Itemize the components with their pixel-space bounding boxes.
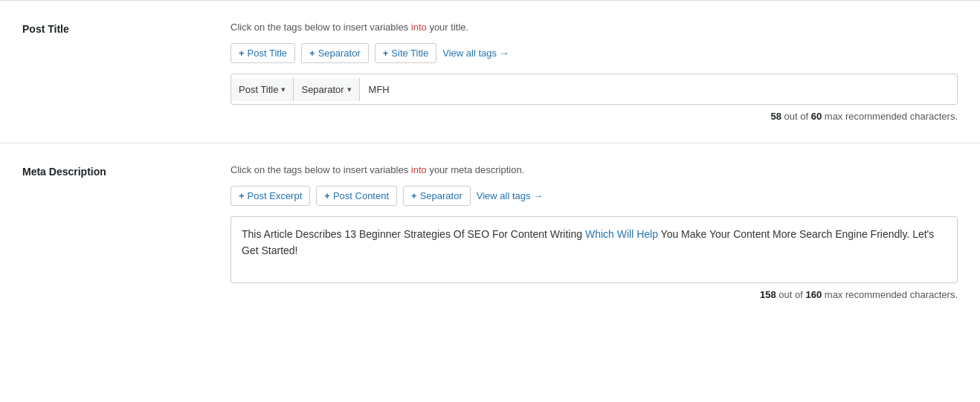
meta-description-section: Meta Description Click on the tags below… [0, 143, 980, 321]
title-input-row: Post Title ▾ Separator ▾ MFH [231, 74, 958, 105]
tag-post-content-btn[interactable]: + Post Content [316, 186, 397, 206]
post-title-hint: Click on the tags below to insert variab… [231, 22, 958, 33]
meta-char-count-max: 160 [805, 289, 822, 300]
meta-char-count: 158 out of 160 max recommended character… [231, 289, 958, 300]
hint-text-part2: your title. [427, 22, 468, 33]
meta-text-blue1: Which [585, 228, 614, 240]
tag-separator-label: Separator [318, 48, 361, 59]
meta-hint-part1: Click on the tags below to insert variab… [231, 164, 411, 175]
meta-hint-part2: your meta description. [427, 164, 525, 175]
meta-description-text: This Article Describes 13 Beginner Strat… [242, 226, 947, 259]
meta-text-blue2: Will [617, 228, 634, 240]
plus-icon-sep-meta: + [411, 190, 417, 201]
plus-icon: + [239, 48, 245, 59]
title-free-text: MFH [360, 78, 957, 101]
tag-post-excerpt-btn[interactable]: + Post Excerpt [231, 186, 310, 206]
token-separator-text: Separator [301, 84, 344, 95]
meta-hint-orange: into [411, 164, 427, 175]
meta-textarea-container[interactable]: This Article Describes 13 Beginner Strat… [231, 216, 958, 283]
view-all-tags-link[interactable]: View all tags → [442, 48, 509, 59]
token-post-title[interactable]: Post Title ▾ [231, 78, 294, 101]
token-post-title-text: Post Title [239, 84, 278, 95]
tag-separator-meta-btn[interactable]: + Separator [403, 186, 471, 206]
chevron-down-icon-sep: ▾ [347, 85, 352, 94]
meta-char-out-of: out of [778, 289, 805, 300]
tag-site-title-label: Site Title [391, 48, 428, 59]
char-count-suffix-text: max recommended characters. [825, 111, 958, 122]
plus-icon-content: + [324, 190, 330, 201]
post-title-char-count: 58 out of 60 max recommended characters. [231, 111, 958, 122]
tag-site-title-btn[interactable]: + Site Title [375, 43, 436, 63]
plus-icon-excerpt: + [239, 190, 245, 201]
hint-orange: into [411, 22, 427, 33]
meta-description-hint: Click on the tags below to insert variab… [231, 164, 958, 175]
meta-description-content: Click on the tags below to insert variab… [231, 164, 958, 300]
char-count-out-of: out of [784, 111, 811, 122]
tag-separator-meta-label: Separator [420, 190, 462, 201]
token-separator[interactable]: Separator ▾ [294, 78, 359, 101]
meta-text-blue3: Help [636, 228, 658, 240]
char-count-current: 58 [770, 111, 781, 122]
tag-post-excerpt-label: Post Excerpt [248, 190, 303, 201]
char-count-max: 60 [811, 111, 822, 122]
post-title-tags-row: + Post Title + Separator + Site Title Vi… [231, 43, 958, 63]
tag-post-title-btn[interactable]: + Post Title [231, 43, 295, 63]
view-all-tags-meta-link[interactable]: View all tags → [477, 190, 543, 201]
meta-char-count-current: 158 [760, 289, 776, 300]
tag-separator-btn[interactable]: + Separator [301, 43, 369, 63]
meta-description-label: Meta Description [22, 164, 231, 300]
plus-icon-sep: + [309, 48, 315, 59]
meta-char-suffix-text: max recommended characters. [825, 289, 958, 300]
post-title-section: Post Title Click on the tags below to in… [0, 0, 980, 143]
meta-text-part1: This Article Describes 13 Beginner Strat… [242, 228, 585, 240]
tag-post-content-label: Post Content [333, 190, 389, 201]
post-title-content: Click on the tags below to insert variab… [231, 22, 958, 122]
hint-text-part1: Click on the tags below to insert variab… [231, 22, 411, 33]
chevron-down-icon: ▾ [281, 85, 286, 94]
tag-post-title-label: Post Title [248, 48, 287, 59]
plus-icon-site: + [383, 48, 389, 59]
meta-tags-row: + Post Excerpt + Post Content + Separato… [231, 186, 958, 206]
post-title-label: Post Title [22, 22, 231, 122]
